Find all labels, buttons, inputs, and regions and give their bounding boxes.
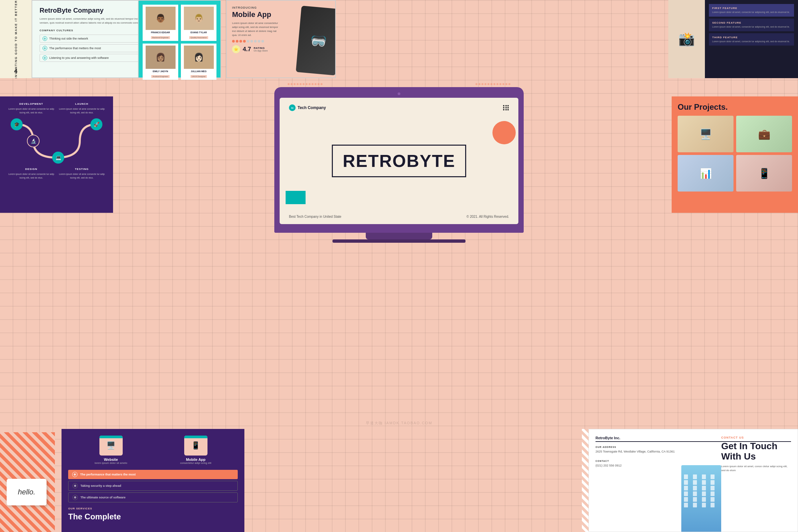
team-member-1: 👨🏾 FRАNCO EDGAR Backend Engineer [142, 5, 178, 41]
team-photo-2: 👨🏼 [184, 7, 214, 30]
laptop-base [274, 227, 524, 233]
team-role-1: Backend Engineer [151, 36, 170, 39]
mobile-label: Mobile App [180, 457, 211, 461]
process-panel: DEVELOPMENT Lorem ipsum dolor sit ame co… [0, 96, 113, 213]
fl-text-3: The ultimate source of software [80, 496, 126, 499]
team-member-4: 👩🏻 JULLIAN MEG UI/UX Designer [181, 43, 216, 80]
mobile-icon: 📱 [184, 436, 208, 456]
process-development: DEVELOPMENT Lorem ipsum dolor sit ame co… [6, 102, 57, 114]
vr-person-image: 🥽 [296, 6, 336, 75]
culture-icon-3: ⊕ [42, 56, 47, 60]
dots-decoration-right [475, 83, 510, 85]
culture-icon-2: ⊕ [42, 46, 47, 51]
bottom-right-stripe [582, 429, 589, 532]
svg-text:💻: 💻 [56, 155, 61, 160]
contact-us-label: CONTACT US [721, 436, 791, 439]
our-services-section: OUR SERVICES The Complete [68, 507, 238, 521]
rdot-7 [254, 40, 257, 42]
laptop-center: RETROBYTE [289, 111, 509, 211]
team-grid: 👨🏾 FRАNCO EDGAR Backend Engineer 👨🏼 EVAN… [142, 5, 216, 80]
building-windows [681, 472, 721, 510]
side-text-panel: INVENTING GOOD TO MAKE IT BETTER 4 [0, 0, 32, 78]
process-grid-top: DEVELOPMENT Lorem ipsum dolor sit ame co… [6, 102, 107, 114]
service-mobile: 📱 Mobile App consectetur adipi scing eli… [180, 436, 211, 464]
contact-right: CONTACT US Get In TouchWith Us Lorem ips… [721, 436, 791, 473]
first-feature-label: FIRST FEATURE [712, 7, 791, 10]
process-icons: 🎓 💻 🚀 🔬 [6, 118, 107, 164]
hello-text: hello. [18, 488, 36, 496]
second-feature-label: SECOND FEATURE [712, 21, 791, 24]
design-text: Lorem ipsum dolor sit ame consecte tur a… [6, 173, 57, 179]
rdot-3 [240, 40, 242, 42]
team-role-4: UI/UX Designer [191, 75, 207, 78]
first-feature-text: Lorem ipsum dolor sit amet, consecte tur… [712, 11, 791, 14]
culture-text-2: The performance that metters the most [49, 46, 101, 50]
features-panel: FIRST FEATURE Lorem ipsum dolor sit amet… [705, 0, 798, 78]
fl-icon-2: ⊕ [73, 483, 78, 489]
services-icons: 🖥️ Website lorem ipsum dolor sit ameto 📱… [68, 436, 238, 464]
dev-text: Lorem ipsum dolor sit ame consecte tur a… [6, 108, 57, 114]
rdot-8 [258, 40, 260, 42]
rdot-4 [243, 40, 246, 42]
laptop-tagline: Best Tech Company in United State [289, 215, 341, 218]
get-in-touch-title: Get In TouchWith Us [721, 441, 791, 462]
services-panel: 🖥️ Website lorem ipsum dolor sit ameto 📱… [61, 429, 244, 532]
team-name-4: JULLIAN MEG [182, 70, 215, 73]
project-card-1: 🖥️ [678, 116, 734, 152]
address-section: OUR ADDRESS 2625 Townsgate Rd, Westlake … [595, 446, 674, 468]
fl-icon-1: ⊕ [72, 472, 77, 477]
team-role-2: Quality Assurance [189, 36, 208, 39]
feature-list-item-1: ⊕ The performance that matters the most [68, 470, 238, 479]
process-testing: TESTING Lorem ipsum dolor sit ame consec… [57, 168, 107, 179]
team-name-3: EMILY JADYN [144, 70, 177, 73]
fl-icon-3: ⊕ [73, 495, 78, 500]
culture-text-1: Thinking out side the network [49, 37, 88, 40]
rdot-5 [247, 40, 249, 42]
dots-decoration-left [288, 83, 323, 85]
project-card-3: 📊 [678, 155, 734, 191]
address-label: OUR ADDRESS [595, 446, 674, 448]
website-desc: lorem ipsum dolor sit ameto [94, 461, 127, 464]
laptop-logo: io Tech Company [289, 104, 326, 111]
team-member-3: 👩🏽 EMILY JADYN Android Engineer [142, 43, 178, 80]
process-grid-bottom: DESIGN Lorem ipsum dolor sit ame consect… [6, 168, 107, 179]
the-complete: The Complete [68, 512, 238, 521]
rdot-6 [250, 40, 253, 42]
launch-title: LAUNCH [57, 102, 107, 106]
laptop-screen: io Tech Company RETROBYTE Best T [280, 98, 518, 224]
rdot-2 [236, 40, 239, 42]
team-name-2: EVANS TYLAR [182, 31, 215, 34]
third-feature-label: THIRD FEATURE [712, 36, 791, 39]
address-text: 2625 Townsgate Rd, Westlake Village, Cal… [595, 449, 674, 454]
building-image [681, 465, 721, 532]
mobile-app-panel: Introducing Mobile App Lorem ipsum dolor… [226, 0, 336, 78]
rating-store: On App Store [254, 50, 268, 52]
fl-text-2: Taking security a step ahead [80, 484, 121, 488]
feature-list-item-2: ⊕ Taking security a step ahead [68, 481, 238, 491]
projects-grid: 🖥️ 💼 📊 📱 [678, 116, 792, 191]
logo-dot: io [289, 104, 296, 111]
team-photo-4: 👩🏻 [184, 45, 214, 69]
culture-icon-1: ⊕ [42, 36, 47, 41]
rating-info: RATING On App Store [254, 46, 268, 52]
teal-rectangle [286, 191, 306, 204]
feature-third: THIRD FEATURE Lorem ipsum dolor sit amet… [709, 33, 794, 46]
laptop-stand [366, 233, 432, 240]
feature-list-item-3: ⊕ The ultimate source of software [68, 492, 238, 502]
features-right-col: ⊕ The performance that matters the most … [68, 470, 238, 502]
projects-title: Our Projects. [678, 102, 792, 112]
laptop-camera [398, 92, 400, 95]
feature-first: FIRST FEATURE Lorem ipsum dolor sit amet… [709, 4, 794, 17]
process-design: DESIGN Lorem ipsum dolor sit ame consect… [6, 168, 57, 179]
phone-text: (021) 202 556 0912 [595, 463, 674, 468]
team-photo-3: 👩🏽 [146, 45, 175, 69]
process-launch: LAUNCH Lorem ipsum dolor sit ame consect… [57, 102, 107, 114]
second-feature-text: Lorem ipsum dolor sit amet, consecte tur… [712, 25, 791, 28]
svg-text:🔬: 🔬 [31, 138, 37, 144]
rdot-9 [261, 40, 264, 42]
launch-text: Lorem ipsum dolor sit ame consecte tur a… [57, 108, 107, 114]
feature-second: SECOND FEATURE Lorem ipsum dolor sit ame… [709, 19, 794, 31]
laptop-copyright: © 2021. All Rights Reserved. [467, 215, 509, 218]
mobile-desc: consectetur adipi scing elit [180, 461, 211, 464]
projects-panel: Our Projects. 🖥️ 💼 📊 📱 [672, 96, 798, 213]
